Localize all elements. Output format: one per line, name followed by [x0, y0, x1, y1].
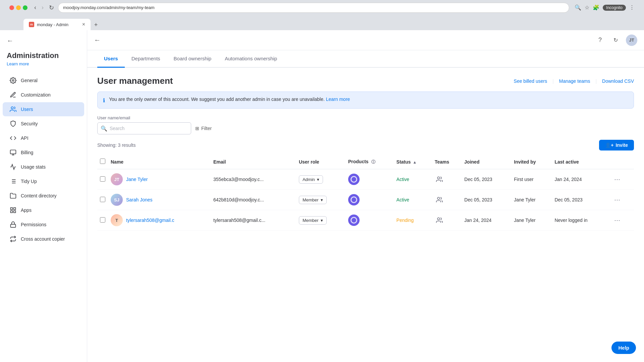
window-close-btn[interactable] — [9, 5, 14, 10]
joined-date: Dec 05, 2023 — [462, 169, 511, 190]
sidebar-item-apps[interactable]: Apps — [3, 203, 84, 217]
user-name-link[interactable]: Sarah Jones — [126, 197, 153, 202]
row-more-button[interactable]: ⋯ — [611, 215, 623, 225]
user-name-cell: T tylersarah508@gmail.c — [111, 214, 208, 226]
user-name-link[interactable]: Jane Tyler — [126, 177, 148, 182]
user-management-header: User management See billed users | Manag… — [87, 68, 644, 92]
gear-icon — [9, 77, 17, 84]
header-back-button[interactable]: ← — [94, 36, 101, 44]
user-email: 355ebca3@moodjoy.c... — [211, 169, 296, 190]
user-email: 642b810d@moodjoy.c... — [211, 190, 296, 210]
row-more-button[interactable]: ⋯ — [611, 195, 623, 205]
users-table-wrap: Name Email User role Products ⓘ Status ▲… — [87, 155, 644, 231]
window-max-btn[interactable] — [23, 5, 28, 10]
row-checkbox[interactable] — [100, 197, 105, 202]
user-name-cell: JT Jane Tyler — [111, 173, 208, 185]
app-container: ← Administration Learn more General Cust… — [0, 30, 644, 362]
status-sort-icon[interactable]: ▲ — [413, 160, 417, 165]
invite-button[interactable]: 👤+ Invite — [599, 140, 634, 150]
tab-departments[interactable]: Departments — [125, 50, 167, 68]
tab-favicon: m — [29, 22, 34, 27]
download-csv-button[interactable]: Download CSV — [602, 78, 634, 84]
content-directory-icon — [9, 192, 17, 199]
col-user-role: User role — [296, 155, 345, 169]
sidebar-learn-more-link[interactable]: Learn more — [0, 61, 87, 73]
row-more-button[interactable]: ⋯ — [611, 174, 623, 184]
filter-icon: ⊞ — [195, 126, 199, 131]
avatar: T — [111, 214, 123, 226]
window-min-btn[interactable] — [16, 5, 21, 10]
sidebar-item-permissions[interactable]: Permissions — [3, 218, 84, 232]
sidebar-item-tidy-up-label: Tidy Up — [21, 179, 37, 184]
cross-account-icon — [9, 235, 17, 243]
banner-learn-more-link[interactable]: Learn more — [326, 97, 350, 102]
search-input-wrap: 🔍 — [97, 122, 191, 134]
teams-icon — [435, 216, 444, 225]
sidebar-item-users[interactable]: Users — [3, 102, 84, 116]
user-role-dropdown[interactable]: Member ▾ — [299, 196, 327, 204]
svg-rect-15 — [11, 224, 16, 227]
sidebar-item-customization[interactable]: Customization — [3, 88, 84, 102]
table-row: T tylersarah508@gmail.c tylersarah508@gm… — [97, 210, 634, 231]
tab-automations-ownership[interactable]: Automations ownership — [218, 50, 284, 68]
col-name: Name — [108, 155, 211, 169]
tab-users[interactable]: Users — [97, 50, 125, 68]
sidebar-item-general-label: General — [21, 78, 38, 83]
forward-nav-button[interactable]: › — [40, 3, 45, 12]
last-active: Dec 05, 2023 — [552, 190, 609, 210]
svg-point-16 — [437, 177, 440, 179]
see-billed-users-button[interactable]: See billed users — [514, 78, 547, 84]
bookmark-icon[interactable]: ☆ — [585, 4, 589, 11]
user-name-cell: SJ Sarah Jones — [111, 194, 208, 206]
sidebar-item-usage-stats[interactable]: Usage stats — [3, 160, 84, 174]
user-name-link[interactable]: tylersarah508@gmail.c — [126, 218, 174, 223]
user-role-dropdown[interactable]: Admin ▾ — [299, 175, 323, 184]
avatar[interactable]: JT — [626, 35, 637, 46]
reload-button[interactable]: ↻ — [48, 3, 55, 13]
sidebar-item-customization-label: Customization — [21, 92, 51, 98]
menu-icon[interactable]: ⋮ — [629, 4, 635, 11]
sidebar-back-button[interactable]: ← — [7, 37, 13, 45]
joined-date: Jan 24, 2024 — [462, 210, 511, 231]
table-row: SJ Sarah Jones 642b810d@moodjoy.c... Mem… — [97, 190, 634, 210]
manage-teams-button[interactable]: Manage teams — [559, 78, 590, 84]
browser-tab-active[interactable]: m monday - Admin × — [23, 19, 91, 30]
address-bar[interactable]: moodjoy.monday.com/admin/my-team/my-team — [58, 3, 569, 13]
products-info-icon[interactable]: ⓘ — [371, 160, 375, 164]
teams-icon — [435, 175, 444, 184]
search-browser-icon[interactable]: 🔍 — [575, 4, 581, 11]
filter-button[interactable]: ⊞ Filter — [195, 126, 212, 131]
refresh-icon[interactable]: ↻ — [610, 35, 621, 45]
joined-date: Dec 05, 2023 — [462, 190, 511, 210]
search-label: User name/email — [97, 115, 634, 120]
sidebar-item-billing[interactable]: Billing — [3, 145, 84, 160]
svg-rect-12 — [14, 208, 16, 210]
sidebar-item-cross-account[interactable]: Cross account copier — [3, 232, 84, 246]
help-icon[interactable]: ? — [595, 35, 605, 45]
sidebar-item-tidy-up[interactable]: Tidy Up — [3, 174, 84, 188]
sidebar-item-apps-label: Apps — [21, 207, 32, 213]
chevron-down-icon: ▾ — [317, 177, 319, 182]
select-all-checkbox[interactable] — [100, 159, 105, 164]
search-row: 🔍 ⊞ Filter — [97, 122, 634, 134]
user-role-dropdown[interactable]: Member ▾ — [299, 216, 327, 225]
info-banner: ℹ You are the only owner of this account… — [97, 92, 634, 109]
tab-board-ownership[interactable]: Board ownership — [167, 50, 218, 68]
search-input[interactable] — [97, 122, 191, 134]
row-checkbox[interactable] — [100, 217, 105, 223]
new-tab-button[interactable]: + — [91, 19, 101, 30]
table-row: JT Jane Tyler 355ebca3@moodjoy.c... Admi… — [97, 169, 634, 190]
sidebar-item-general[interactable]: General — [3, 73, 84, 87]
sidebar-item-api[interactable]: API — [3, 131, 84, 145]
sidebar-item-content-directory[interactable]: Content directory — [3, 189, 84, 203]
product-icon — [348, 174, 360, 185]
page-title: User management — [97, 76, 173, 86]
tab-close-button[interactable]: × — [82, 21, 85, 27]
row-checkbox[interactable] — [100, 176, 105, 182]
extensions-icon[interactable]: 🧩 — [593, 4, 599, 11]
users-icon — [9, 106, 17, 113]
sidebar-item-security[interactable]: Security — [3, 117, 84, 131]
sidebar-item-billing-label: Billing — [21, 150, 33, 155]
help-button[interactable]: Help — [611, 342, 636, 354]
back-nav-button[interactable]: ‹ — [33, 3, 38, 12]
